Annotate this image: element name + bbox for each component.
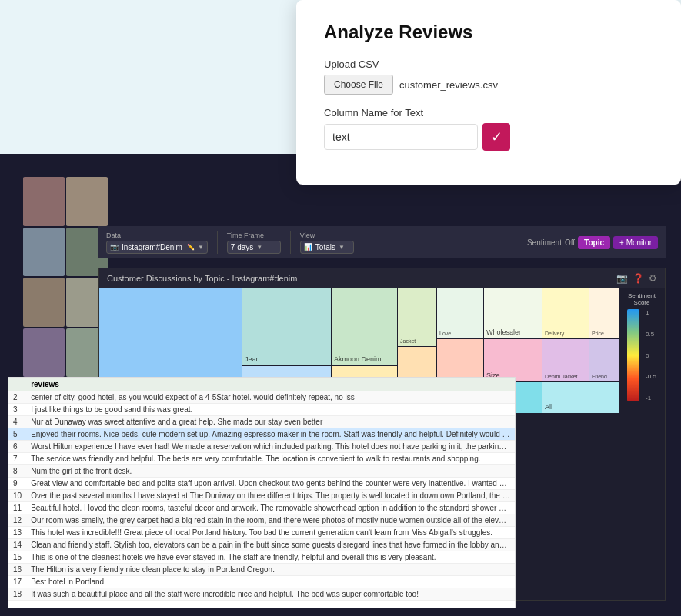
column-name-input[interactable] bbox=[324, 124, 478, 150]
camera-icon[interactable]: 📷 bbox=[616, 273, 628, 284]
timeframe-group: Time Frame 7 days ▼ bbox=[227, 231, 281, 254]
review-text: center of city, good hotel, as you would… bbox=[26, 391, 515, 404]
settings-icon[interactable]: ⚙ bbox=[649, 273, 657, 284]
view-label: View bbox=[300, 231, 354, 239]
treemap-title: Customer Discussions by Topic - Instagra… bbox=[107, 274, 297, 283]
photo-7 bbox=[23, 328, 65, 378]
review-text: The service was friendly and helpful. Th… bbox=[26, 453, 515, 465]
timeframe-dropdown-arrow: ▼ bbox=[256, 244, 262, 251]
scale-title: Sentiment Score bbox=[623, 292, 661, 306]
review-text: This hotel was incredible!!! Great piece… bbox=[26, 527, 515, 539]
row-number: 8 bbox=[8, 465, 26, 478]
card-title: Analyze Reviews bbox=[324, 22, 653, 43]
row-number: 12 bbox=[8, 514, 26, 527]
table-row: 18 It was such a beautiful place and all… bbox=[8, 588, 515, 601]
review-text: The Hilton is a very friendly nice clean… bbox=[26, 564, 515, 576]
data-group: Data 📷 Instagram#Denim ✏️ ▼ bbox=[106, 231, 208, 254]
row-number: 5 bbox=[8, 428, 26, 441]
treemap-tile[interactable]: Friend bbox=[589, 339, 619, 381]
table-row: 11 Beautiful hotel. I loved the clean ro… bbox=[8, 502, 515, 514]
choose-file-button[interactable]: Choose File bbox=[324, 75, 393, 95]
timeframe-label: Time Frame bbox=[227, 231, 281, 239]
table-row: 4 Nur at Dunaway was sweet attentive and… bbox=[8, 416, 515, 428]
reviews-data-table: reviews 2 center of city, good hotel, as… bbox=[8, 378, 515, 601]
review-text: Great view and comfortable bed and polit… bbox=[26, 478, 515, 490]
treemap-tile[interactable]: Akmoon Denim bbox=[332, 288, 397, 365]
row-number: 6 bbox=[8, 441, 26, 453]
column-label: Column Name for Text bbox=[324, 107, 653, 118]
row-number: 14 bbox=[8, 539, 26, 551]
check-icon: ✓ bbox=[491, 128, 502, 145]
file-name: customer_reviews.csv bbox=[399, 79, 498, 91]
row-number: 4 bbox=[8, 416, 26, 428]
treemap-tile[interactable]: Delivery bbox=[542, 288, 589, 338]
sentiment-scale: Sentiment Score 1 0.5 0 -0.5 -1 bbox=[619, 288, 665, 597]
data-toolbar: Data 📷 Instagram#Denim ✏️ ▼ Time Frame 7… bbox=[98, 226, 666, 258]
table-row: 12 Our room was smelly, the grey carpet … bbox=[8, 514, 515, 527]
row-number: 7 bbox=[8, 453, 26, 465]
row-number: 18 bbox=[8, 588, 26, 601]
treemap-header: Customer Discussions by Topic - Instagra… bbox=[99, 268, 665, 288]
monitor-button[interactable]: + Monitor bbox=[613, 236, 658, 249]
row-number: 17 bbox=[8, 576, 26, 588]
treemap-icons: 📷 ❓ ⚙ bbox=[616, 273, 657, 284]
photo-4 bbox=[23, 228, 65, 277]
upload-label: Upload CSV bbox=[324, 58, 653, 70]
row-num-header bbox=[8, 378, 26, 391]
file-upload-row: Choose File customer_reviews.csv bbox=[324, 75, 653, 95]
row-number: 16 bbox=[8, 564, 26, 576]
text-input-row: ✓ bbox=[324, 123, 653, 151]
sentiment-label: Sentiment bbox=[527, 238, 562, 247]
review-text: Worst Hilton experience I have ever had!… bbox=[26, 441, 515, 453]
treemap-tile[interactable]: Size bbox=[484, 339, 542, 381]
table-row: 17 Best hotel in Portland bbox=[8, 576, 515, 588]
help-icon[interactable]: ❓ bbox=[633, 273, 644, 284]
topic-button[interactable]: Topic bbox=[578, 236, 610, 249]
treemap-tile[interactable]: Denim Jacket bbox=[542, 339, 589, 381]
row-number: 3 bbox=[8, 404, 26, 416]
review-text: Beautiful hotel. I loved the clean rooms… bbox=[26, 502, 515, 514]
table-row: 6 Worst Hilton experience I have ever ha… bbox=[8, 441, 515, 453]
review-text: I just like things to be good sand this … bbox=[26, 404, 515, 416]
row-number: 2 bbox=[8, 391, 26, 404]
table-row: 8 Num the girl at the front desk. bbox=[8, 465, 515, 478]
table-row: 16 The Hilton is a very friendly nice cl… bbox=[8, 564, 515, 576]
photo-1 bbox=[23, 177, 65, 226]
table-row: 3 I just like things to be good sand thi… bbox=[8, 404, 515, 416]
timeframe-select[interactable]: 7 days ▼ bbox=[227, 241, 281, 254]
data-dropdown-arrow: ▼ bbox=[198, 244, 204, 251]
scale-labels: 1 0.5 0 -0.5 -1 bbox=[646, 309, 656, 401]
off-label: Off bbox=[565, 238, 575, 247]
row-number: 11 bbox=[8, 502, 26, 514]
treemap-tile[interactable]: All bbox=[542, 382, 619, 413]
photo-5 bbox=[23, 278, 65, 327]
divider-2 bbox=[290, 231, 291, 254]
table-row: 13 This hotel was incredible!!! Great pi… bbox=[8, 527, 515, 539]
treemap-tile[interactable]: Jacket bbox=[398, 288, 436, 346]
photo-grid bbox=[23, 177, 108, 377]
reviews-table: reviews 2 center of city, good hotel, as… bbox=[8, 377, 516, 608]
reviews-header: reviews bbox=[26, 378, 515, 391]
treemap-tile[interactable]: Love bbox=[437, 288, 483, 338]
view-group: View 📊 Totals ▼ bbox=[300, 231, 354, 254]
view-dropdown-arrow: ▼ bbox=[339, 244, 345, 251]
row-number: 15 bbox=[8, 551, 26, 564]
treemap-tile[interactable]: Price bbox=[589, 288, 619, 338]
photo-2 bbox=[66, 177, 108, 226]
review-text: Nur at Dunaway was sweet attentive and a… bbox=[26, 416, 515, 428]
review-text: Our room was smelly, the grey carpet had… bbox=[26, 514, 515, 527]
confirm-button[interactable]: ✓ bbox=[482, 123, 510, 151]
sentiment-toggle: Sentiment Off Topic + Monitor bbox=[527, 236, 658, 249]
table-row: 7 The service was friendly and helpful. … bbox=[8, 453, 515, 465]
data-select[interactable]: 📷 Instagram#Denim ✏️ ▼ bbox=[106, 241, 208, 254]
scale-bar bbox=[627, 309, 639, 401]
table-row: 9 Great view and comfortable bed and pol… bbox=[8, 478, 515, 490]
data-label: Data bbox=[106, 231, 208, 239]
review-text: Enjoyed their rooms. Nice beds, cute mod… bbox=[26, 428, 515, 441]
review-text: Over the past several months I have stay… bbox=[26, 490, 515, 502]
treemap-tile[interactable]: Wholesaler bbox=[484, 288, 542, 338]
row-number: 13 bbox=[8, 527, 26, 539]
view-select[interactable]: 📊 Totals ▼ bbox=[300, 241, 354, 254]
treemap-tile[interactable]: Jean bbox=[242, 288, 331, 365]
table-row: 5 Enjoyed their rooms. Nice beds, cute m… bbox=[8, 428, 515, 441]
